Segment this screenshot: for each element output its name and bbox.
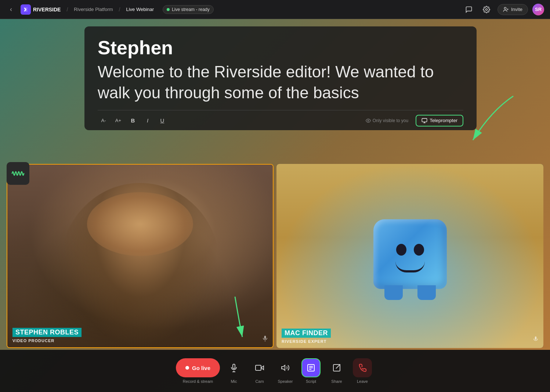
mic-label: Mic <box>231 379 237 384</box>
live-dot-icon <box>167 8 170 11</box>
riverside-logo: RIVERSIDE <box>21 4 61 15</box>
teleprompter-text: Stephen Welcome to the Riverside editor!… <box>98 37 463 103</box>
toolbar-item-script[interactable]: Script <box>299 358 323 384</box>
bold-button[interactable]: B <box>127 115 139 127</box>
participant-name-left: STEPHEN ROBLES <box>15 329 79 336</box>
video-grid: STEPHEN ROBLES VIDEO PRODUCER <box>7 164 543 348</box>
video-label-left: STEPHEN ROBLES VIDEO PRODUCER <box>7 324 87 347</box>
svg-rect-9 <box>264 336 266 339</box>
toolbar-item-cam[interactable]: Cam <box>248 358 271 384</box>
share-button[interactable] <box>327 358 346 377</box>
svg-marker-18 <box>282 365 285 370</box>
toolbar-item-leave[interactable]: Leave <box>351 358 374 384</box>
share-label: Share <box>331 379 342 384</box>
participant-name-badge-right: MAC FINDER <box>282 329 331 338</box>
leave-button[interactable] <box>353 358 372 377</box>
increase-font-button[interactable]: A+ <box>112 115 124 127</box>
logo-text: RIVERSIDE <box>33 7 61 12</box>
teleprompter-arrow <box>462 92 521 151</box>
main-area: Stephen Welcome to the Riverside editor!… <box>0 19 550 392</box>
only-visible-text: Only visible to you <box>366 118 408 123</box>
participant-name-badge-left: STEPHEN ROBLES <box>12 328 82 337</box>
teleprompter-toolbar: A- A+ B I U Only visible to you Teleprom… <box>98 110 463 130</box>
svg-rect-17 <box>256 365 261 370</box>
svg-point-4 <box>368 120 369 121</box>
video-cell-right: MAC FINDER RIVERSIDE EXPERT <box>276 164 543 348</box>
script-arrow <box>213 293 257 341</box>
speaker-label: Speaker <box>278 379 293 384</box>
nav-platform[interactable]: Riverside Platform <box>74 7 113 12</box>
avatar[interactable]: SR <box>532 4 544 15</box>
teleprompter-speaker-name: Stephen <box>98 37 463 58</box>
settings-button[interactable] <box>480 3 493 16</box>
svg-point-1 <box>504 7 506 9</box>
go-live-button[interactable]: Go live <box>176 358 220 377</box>
logo-icon <box>21 4 31 15</box>
toolbar-item-speaker[interactable]: Speaker <box>274 358 297 384</box>
underline-button[interactable]: U <box>156 115 168 127</box>
decrease-font-button[interactable]: A- <box>98 115 109 127</box>
chat-button[interactable] <box>462 3 475 16</box>
waveform-icon[interactable] <box>7 162 29 185</box>
nav-separator-2: / <box>119 7 120 12</box>
participant-name-right: MAC FINDER <box>285 329 328 337</box>
script-button[interactable] <box>301 358 321 377</box>
participant-title-right: RIVERSIDE EXPERT <box>282 339 326 344</box>
live-status-text: Live stream - ready <box>172 7 210 12</box>
teleprompter-body-text: Welcome to the Riverside editor! We want… <box>98 61 463 103</box>
italic-button[interactable]: I <box>142 115 153 127</box>
audio-indicator-right <box>532 336 539 344</box>
live-status-badge: Live stream - ready <box>163 5 214 14</box>
titlebar: ‹ RIVERSIDE / Riverside Platform / Live … <box>0 0 550 19</box>
teleprompter-button[interactable]: Teleprompter <box>416 115 463 127</box>
participant-title-left: VIDEO PRODUCER <box>12 338 54 343</box>
back-button[interactable]: ‹ <box>6 4 16 15</box>
record-stream-label: Record & stream <box>183 379 213 384</box>
only-visible-label: Only visible to you <box>373 118 408 123</box>
titlebar-left: ‹ RIVERSIDE / Riverside Platform / Live … <box>6 4 214 15</box>
svg-rect-13 <box>233 364 235 369</box>
invite-label: Invite <box>511 7 522 12</box>
cam-label: Cam <box>255 379 264 384</box>
svg-rect-5 <box>422 118 427 122</box>
script-label: Script <box>306 379 316 384</box>
nav-separator: / <box>66 7 68 12</box>
mic-button[interactable] <box>224 358 243 377</box>
titlebar-right: Invite SR <box>462 3 544 16</box>
svg-marker-16 <box>261 366 264 370</box>
speaker-button[interactable] <box>276 358 295 377</box>
cam-button[interactable] <box>250 358 269 377</box>
invite-button[interactable]: Invite <box>497 4 528 15</box>
go-live-label: Go live <box>192 365 210 371</box>
svg-point-0 <box>485 8 487 10</box>
video-label-right: MAC FINDER RIVERSIDE EXPERT <box>276 325 336 348</box>
go-live-wrap[interactable]: Go live Record & stream <box>176 358 220 384</box>
teleprompter-button-label: Teleprompter <box>430 118 457 123</box>
teleprompter-panel: Stephen Welcome to the Riverside editor!… <box>84 26 477 130</box>
leave-label: Leave <box>357 379 368 384</box>
audio-indicator-left <box>262 335 268 343</box>
svg-rect-11 <box>535 337 537 340</box>
toolbar-item-mic[interactable]: Mic <box>222 358 246 384</box>
bottom-toolbar: Go live Record & stream Mic <box>0 350 550 392</box>
toolbar-item-share[interactable]: Share <box>325 358 348 384</box>
nav-webinar[interactable]: Live Webinar <box>126 7 154 12</box>
